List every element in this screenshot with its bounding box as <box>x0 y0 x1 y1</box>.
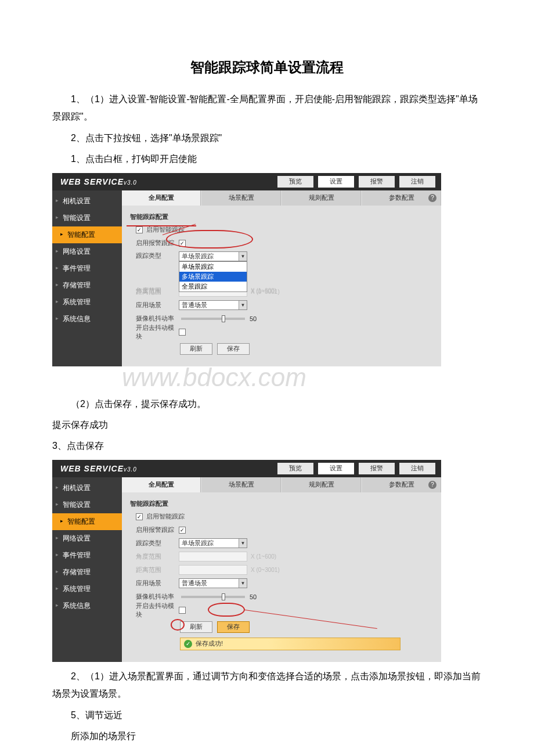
nav-preview[interactable]: 预览 <box>277 176 313 188</box>
track-type-options: 单场景跟踪 多场景跟踪 全景跟踪 <box>179 261 247 292</box>
enable-alarm-checkbox[interactable]: ✓ <box>179 240 186 247</box>
nav-alarm[interactable]: 报警 <box>359 463 395 474</box>
paragraph: 3、点击保存 <box>52 437 482 455</box>
paragraph: 所添加的场景行 <box>52 728 482 745</box>
save-button[interactable]: 保存 <box>217 343 250 355</box>
brand-logo: WEB SERVICEv3.0 <box>60 177 137 186</box>
antishake-label: 开启去抖动模块 <box>136 602 179 619</box>
distance-hint: X (0~3001) <box>251 289 280 295</box>
antishake-checkbox[interactable] <box>179 607 186 614</box>
help-icon[interactable]: ? <box>428 481 436 489</box>
sidebar-item-info[interactable]: 系统信息 <box>52 311 122 327</box>
paragraph: 1、（1）进入设置-智能设置-智能配置-全局配置界面，开启使能-启用智能跟踪，跟… <box>52 91 482 126</box>
track-type-selected: 单场景跟踪 <box>182 252 214 261</box>
track-type-select[interactable]: 单场景跟踪 ▼ <box>179 538 247 548</box>
paragraph: 2、（1）进入场景配置界面，通过调节方向和变倍选择合适的场景，点击添加场景按钮，… <box>52 668 482 703</box>
track-type-select[interactable]: 单场景跟踪 ▼ <box>179 251 247 261</box>
sidebar-item-camera[interactable]: 相机设置 <box>52 193 122 210</box>
brand-logo: WEB SERVICEv3.0 <box>60 464 137 473</box>
section-title: 智能跟踪配置 <box>130 213 435 221</box>
sidebar-item-smart-config[interactable]: 智能配置 <box>52 226 122 243</box>
sidebar-item-event[interactable]: 事件管理 <box>52 547 122 564</box>
option-single[interactable]: 单场景跟踪 <box>179 262 247 272</box>
sidebar-item-storage[interactable]: 存储管理 <box>52 564 122 581</box>
sidebar-item-info[interactable]: 系统信息 <box>52 597 122 614</box>
enable-smart-label: 启用智能跟踪 <box>146 512 185 521</box>
save-success-bar: ✓ 保存成功! <box>180 638 400 650</box>
paragraph: 2、点击下拉按钮，选择"单场景跟踪" <box>52 129 482 147</box>
chevron-down-icon: ▼ <box>239 252 247 261</box>
distance-label: 距离范围 <box>136 566 179 574</box>
chevron-down-icon: ▼ <box>239 539 247 548</box>
sidebar: 相机设置 智能设置 智能配置 网络设置 事件管理 存储管理 系统管理 系统信息 <box>52 477 122 662</box>
nav-logout[interactable]: 注销 <box>399 176 435 188</box>
sidebar-item-smart[interactable]: 智能设置 <box>52 210 122 226</box>
sidebar-item-storage[interactable]: 存储管理 <box>52 277 122 294</box>
paragraph: 提示保存成功 <box>52 416 482 434</box>
tab-global[interactable]: 全局配置 <box>122 190 201 206</box>
nav-settings[interactable]: 设置 <box>318 463 354 474</box>
distance-hint: X (0~3001) <box>251 567 280 573</box>
sidebar-item-system[interactable]: 系统管理 <box>52 581 122 597</box>
jitter-label: 摄像机抖动率 <box>136 592 179 601</box>
tab-rule[interactable]: 规则配置 <box>282 477 361 492</box>
distance-input <box>179 565 247 575</box>
paragraph: 1、点击白框，打钩即开启使能 <box>52 150 482 168</box>
jitter-slider[interactable] <box>181 318 245 320</box>
distance-label: 距离范围 <box>136 287 179 296</box>
jitter-value: 50 <box>250 593 257 600</box>
sidebar-item-network[interactable]: 网络设置 <box>52 243 122 260</box>
angle-input <box>179 552 247 561</box>
option-multi[interactable]: 多场景跟踪 <box>179 272 247 282</box>
scene-label: 应用场景 <box>136 579 179 588</box>
scene-select[interactable]: 普通场景 ▼ <box>179 578 247 588</box>
tab-scene[interactable]: 场景配置 <box>202 190 281 206</box>
sidebar-item-camera[interactable]: 相机设置 <box>52 480 122 496</box>
scene-select[interactable]: 普通场景 ▼ <box>179 300 247 310</box>
web-ui-screenshot-1: WEB SERVICEv3.0 预览 设置 报警 注销 相机设置 智能设置 智能… <box>52 173 441 366</box>
watermark: www.bdocx.com <box>122 363 482 392</box>
antishake-checkbox[interactable] <box>179 329 186 336</box>
refresh-button[interactable]: 刷新 <box>180 343 212 355</box>
check-icon: ✓ <box>184 640 192 648</box>
enable-smart-checkbox[interactable]: ✓ <box>136 226 143 233</box>
track-type-label: 跟踪类型 <box>136 539 179 548</box>
nav-preview[interactable]: 预览 <box>277 463 313 474</box>
jitter-value: 50 <box>250 315 257 322</box>
sidebar: 相机设置 智能设置 智能配置 网络设置 事件管理 存储管理 系统管理 系统信息 <box>52 190 122 366</box>
save-button[interactable]: 保存 <box>217 621 250 633</box>
jitter-label: 摄像机抖动率 <box>136 314 179 323</box>
antishake-label: 开启去抖动模块 <box>136 323 179 341</box>
paragraph: （2）点击保存，提示保存成功。 <box>52 395 482 413</box>
tab-rule[interactable]: 规则配置 <box>282 190 361 206</box>
enable-smart-label: 启用智能跟踪 <box>146 225 185 234</box>
sidebar-item-smart-config[interactable]: 智能配置 <box>52 513 122 530</box>
option-pano[interactable]: 全景跟踪 <box>179 282 247 291</box>
tab-scene[interactable]: 场景配置 <box>202 477 281 492</box>
chevron-down-icon: ▼ <box>239 301 247 309</box>
refresh-button[interactable]: 刷新 <box>180 621 212 633</box>
nav-settings[interactable]: 设置 <box>318 176 354 188</box>
help-icon[interactable]: ? <box>428 194 436 202</box>
sidebar-item-system[interactable]: 系统管理 <box>52 294 122 311</box>
angle-label: 角度范围 <box>136 552 179 561</box>
tab-global[interactable]: 全局配置 <box>122 477 201 492</box>
sidebar-item-network[interactable]: 网络设置 <box>52 530 122 547</box>
sidebar-item-event[interactable]: 事件管理 <box>52 260 122 277</box>
nav-alarm[interactable]: 报警 <box>359 176 395 188</box>
angle-hint: X (1~600) <box>251 553 276 560</box>
sidebar-item-smart[interactable]: 智能设置 <box>52 496 122 513</box>
enable-alarm-checkbox[interactable]: ✓ <box>179 527 186 534</box>
save-success-text: 保存成功! <box>196 639 223 648</box>
jitter-slider[interactable] <box>181 596 245 598</box>
chevron-down-icon: ▼ <box>239 579 247 588</box>
track-type-label: 跟踪类型 <box>136 251 179 260</box>
page-title: 智能跟踪球简单设置流程 <box>52 58 482 77</box>
enable-alarm-label: 启用报警跟踪 <box>136 525 179 534</box>
nav-logout[interactable]: 注销 <box>399 463 435 474</box>
section-title: 智能跟踪配置 <box>130 499 435 508</box>
paragraph: 5、调节远近 <box>52 707 482 724</box>
scene-label: 应用场景 <box>136 301 179 309</box>
enable-alarm-label: 启用报警跟踪 <box>136 239 179 247</box>
enable-smart-checkbox[interactable]: ✓ <box>136 513 143 520</box>
